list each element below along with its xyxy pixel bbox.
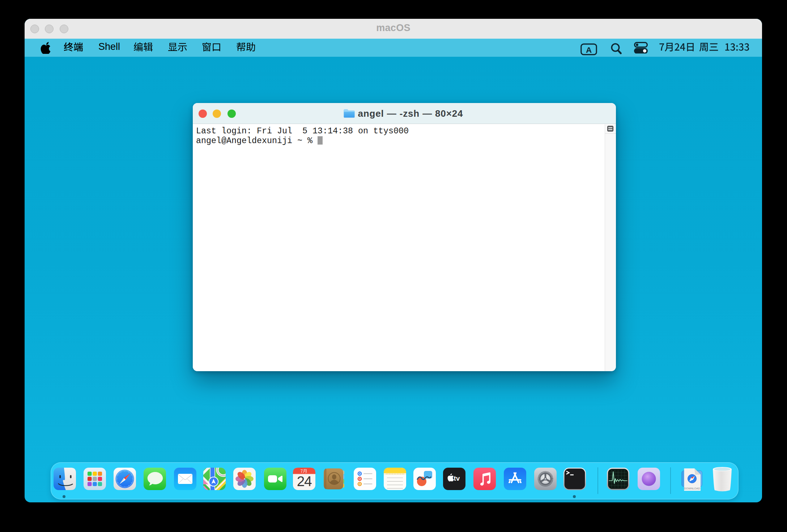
svg-text:DOWNLOAD: DOWNLOAD	[684, 487, 700, 490]
svg-text:A: A	[586, 46, 592, 55]
svg-text:tv: tv	[454, 475, 460, 482]
svg-text:24: 24	[297, 473, 312, 489]
